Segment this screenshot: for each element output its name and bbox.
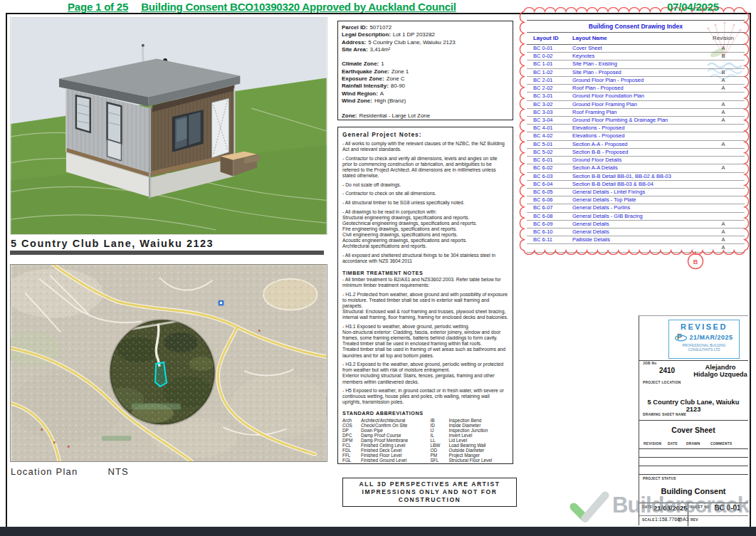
abbreviation-row: FDLFinished Deck Level: [342, 448, 421, 453]
parcel-info-line: Legal Description:Lot 1 DP 203282: [342, 31, 509, 38]
titleblock-divider: [688, 503, 688, 526]
project-location-label: PROJECT LOCATION: [643, 381, 681, 384]
abbreviation-row: FCLFinished Ceiling Level: [342, 443, 421, 448]
parcel-info-line: Site Area:3,414m²: [342, 46, 509, 53]
parcel-info-line: Earthquake Zone:Zone 1: [342, 68, 509, 75]
abbreviation-row: FPLFinished Patio Level: [342, 463, 421, 465]
parcel-info-line: Exposure Zone:Zone C: [342, 75, 509, 83]
drawing-index-header: Layout ID Layout Name Revision: [527, 33, 745, 45]
abbreviation-row: ArchArchitect/Architectural: [342, 418, 421, 423]
approval-header: Page 1 of 25 Building Consent BCO1039032…: [0, 1, 756, 13]
drawing-index-row: BC 1-02Site Plan - ProposedB: [527, 69, 745, 77]
revised-label: REVISED: [681, 322, 728, 331]
sheet-no-label: SHEET NO: [691, 505, 710, 509]
drawing-index-row: BC 6-04Section B-B Detail BB-03 & BB-04: [527, 181, 745, 189]
job-no-label: JOB No: [643, 362, 656, 365]
drawing-index-row: BC 5-02Section B-B - Proposed: [527, 149, 745, 157]
abbreviation-row: PMProject Manger: [431, 453, 509, 458]
aerial-map: [11, 265, 327, 461]
sheet-no-value: BC 0-01: [709, 504, 746, 512]
parcel-info-line: Address:5 Country Club Lane, Waiuku 2123: [342, 39, 509, 46]
job-no-value: 2410: [639, 367, 695, 374]
drawing-index-row: BC 4-01Elevations - Proposed: [527, 125, 745, 132]
sheet-name-label: DRAWING SHEET NAME: [643, 413, 686, 416]
scale-label: NTS: [107, 466, 129, 477]
parcel-info-line: [342, 53, 509, 61]
parcel-info-line: Wind Region:A: [342, 90, 509, 98]
date-col: DATE: [668, 442, 678, 446]
drawing-index-row: A: [527, 244, 745, 252]
date-value: 21/03/2025: [653, 504, 688, 512]
parcel-outline: [155, 362, 167, 387]
note-paragraph: - Contractor to check and verify all dim…: [342, 156, 508, 179]
parcel-info-box: Parcel ID:5071072 Legal Description:Lot …: [337, 21, 513, 120]
drawing-index-row: BC 6-10General DetailsA: [527, 228, 745, 236]
abbreviation-row: LBWLoad Bearing Wall: [431, 443, 509, 448]
abbreviation-row: LLLid Level: [431, 438, 509, 443]
location-plan-map: [10, 264, 327, 462]
note-paragraph: - Do not scale off drawings.: [342, 182, 508, 188]
location-plan-label: Location PlanNTS: [11, 466, 129, 477]
drawing-index-row: BC 6-03Section B-B Detail BB-01, BB-02 &…: [527, 173, 745, 181]
note-paragraph: - All structural timber to be SG8 unless…: [342, 200, 508, 206]
abbreviation-row: SFLStructural Floor Level: [431, 458, 509, 463]
drawing-index-row: BC 3-01Ground Floor Foundation Plan: [527, 93, 745, 100]
drawing-index-row: BC 2-01Ground Floor Plan - ProposedA: [527, 77, 745, 85]
revised-date: 21/MAR/2025: [689, 334, 733, 341]
abbreviation-row: ODOutside Diameter: [431, 448, 509, 453]
abbreviation-row: COSCheck/Confirm On Site: [342, 423, 421, 428]
abbreviation-row: IJInspection Junction: [431, 428, 509, 433]
approval-date: 07/04/2025: [667, 1, 719, 13]
project-status-value: Building Consent: [639, 487, 747, 495]
svg-text:P: P: [677, 332, 682, 341]
timber-notes: - All timber treatment to B2/AS1 and NZS…: [342, 277, 508, 405]
drawing-index-row: BC 5-01Section A-A - ProposedA: [527, 141, 745, 149]
abbreviations-right: IBInspection BendIDInside DiameterIJInsp…: [431, 418, 509, 465]
drawing-index-row: BC 3-03Roof Framing PlanA: [527, 109, 745, 117]
drawing-index-row: BC 6-08General Details - GIB Bracing: [527, 213, 745, 221]
abbreviation-row: DPDown Pipe: [342, 428, 421, 433]
revision-col: REVISION: [644, 442, 661, 446]
abbreviation-row: FFLFinished Floor Level: [342, 453, 421, 458]
abbreviation-row: SSSanitary Sewer: [431, 463, 509, 465]
abbreviation-row: DPCDamp Proof Course: [342, 433, 421, 438]
project-location-value: 5 Country Club Lane, Waiuku 2123: [639, 399, 747, 413]
parcel-info-line: Wind Zone:High (Branz): [342, 98, 509, 105]
drawing-index-rows: BC 0-01Cover SheetA BC 0-02KeynotesB BC …: [527, 45, 745, 253]
parcel-info-line: Climate Zone:1: [342, 61, 509, 68]
drawing-index-row: BC 3-04Ground Floor Plumbing & Drainage …: [527, 117, 745, 125]
drawing-index-row: BC 6-05General Details - Lintel Fixings: [527, 189, 745, 196]
parcel-info-line: Parcel ID:5071072: [342, 24, 509, 31]
bottom-bar: [0, 527, 756, 536]
abbreviation-row: IDInside Diameter: [431, 423, 509, 428]
drawing-index-row: BC 2-02Roof Plan - ProposedA: [527, 85, 745, 93]
sheet-name-value: Cover Sheet: [639, 426, 747, 434]
abbreviations-left: ArchArchitect/ArchitecturalCOSCheck/Conf…: [342, 418, 421, 465]
drawing-index-row: BC 6-11Palliside DetailsA: [527, 236, 745, 244]
drawing-index-row: BC 1-01Site Plan - Existing: [527, 61, 745, 68]
drawing-index-row: BC 3-02Ground Floor Framing PlanA: [527, 101, 745, 109]
page-count: Page 1 of 25: [68, 1, 128, 13]
title-block: REVISED P 21/MAR/2025 PROFESSIONAL BUILD…: [639, 315, 748, 525]
note-paragraph: - H3.1 Exposed to weather, above ground,…: [342, 324, 508, 359]
note-paragraph: - H3.2 Exposed to the weather, above gro…: [342, 362, 508, 384]
timber-notes-title: TIMBER TREATMENT NOTES: [342, 270, 508, 276]
abbreviation-row: FGLFinished Ground Level: [342, 458, 421, 463]
drawing-index-row: BC 6-06General Details - Top Plate: [527, 196, 745, 204]
project-status-label: PROJECT STATUS: [643, 477, 676, 480]
general-notes: - All works to comply with the relevant …: [342, 141, 508, 264]
drawing-index-row: BC 0-02KeynotesB: [527, 53, 745, 61]
rev-label: REV: [691, 518, 698, 522]
note-paragraph: - All exposed and sheltered structural f…: [342, 253, 508, 264]
pbc-logo-icon: P: [675, 332, 687, 342]
note-paragraph: - All timber treatment to B2/AS1 and NZS…: [342, 277, 508, 288]
notes-box: General Project Notes: - All works to co…: [337, 127, 513, 464]
abbreviations-title: STANDARD ABBREVIATIONS: [342, 410, 508, 416]
consent-document-page: Page 1 of 25 Building Consent BCO1039032…: [0, 0, 756, 536]
drawing-index-title: Building Consent Drawing Index: [527, 21, 745, 33]
drawing-index-row: BC 4-02Elevations - Proposed: [527, 132, 745, 140]
scale-label: SCALE: [642, 518, 655, 522]
parcel-info-line: [342, 105, 509, 112]
drawing-index-row: BC 6-02Section A-A DetailsA: [527, 164, 745, 172]
artist-impression-disclaimer: ALL 3D PERSPECTIVES ARE ARTIST IMPRESSIO…: [342, 478, 517, 507]
